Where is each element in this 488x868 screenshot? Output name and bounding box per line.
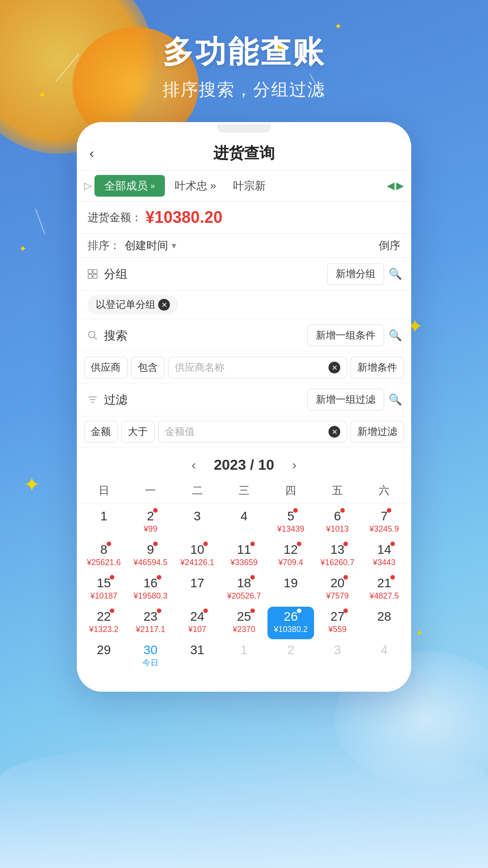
calendar-week-2: 8¥25621.6 9¥46594.5 10¥24126.1 11¥33659 …	[80, 540, 408, 572]
sort-order[interactable]: 倒序	[379, 238, 400, 253]
cal-day-8[interactable]: 8¥25621.6	[80, 540, 127, 572]
member-tabs: ▷ 全部成员 » 叶术忠 » 叶宗新 ◀ ▶	[77, 170, 411, 202]
sort-dropdown-icon[interactable]: ▾	[172, 240, 176, 251]
star-icon: ✦	[334, 22, 342, 31]
cal-day-21[interactable]: 21¥4827.5	[361, 573, 408, 606]
cal-day-25[interactable]: 25¥2370	[221, 607, 267, 639]
filter-search-icon[interactable]: 🔍	[389, 393, 402, 406]
prev-month-btn[interactable]: ‹	[192, 458, 196, 472]
cal-day-5[interactable]: 5¥13439	[267, 506, 314, 539]
member-nav-arrows: ◀ ▶	[387, 180, 404, 192]
amount-value: ¥10380.20	[145, 208, 222, 227]
cal-day-1[interactable]: 1	[80, 506, 127, 539]
group-label: 分组	[104, 266, 323, 282]
back-button[interactable]: ‹	[89, 146, 106, 161]
search-icon[interactable]: 🔍	[389, 329, 402, 342]
cal-day-31[interactable]: 31	[174, 640, 221, 673]
cal-day-13[interactable]: 13¥16260.7	[314, 540, 361, 572]
calendar-month-label: 2023 / 10	[214, 457, 274, 473]
cal-day-20[interactable]: 20¥7579	[314, 573, 361, 606]
svg-line-5	[94, 337, 97, 340]
weekday-thu: 四	[267, 481, 314, 500]
group-section-row: 分组 新增分组 🔍	[77, 258, 411, 291]
filter-icon	[86, 393, 99, 406]
add-filter-btn[interactable]: 新增过滤	[351, 421, 404, 443]
clear-amount-btn[interactable]: ✕	[328, 426, 340, 438]
cal-day-29[interactable]: 29	[80, 640, 127, 673]
weekday-fri: 五	[314, 481, 361, 500]
amount-value-input[interactable]: 金额值 ✕	[158, 421, 347, 443]
phone-top-bar	[77, 122, 411, 135]
cal-day-next-2[interactable]: 2	[267, 640, 314, 673]
tab-member1[interactable]: 叶术忠 »	[168, 175, 223, 197]
weekday-mon: 一	[127, 481, 174, 500]
tab-left-arrow[interactable]: ▷	[84, 180, 92, 192]
star-icon: ✦	[19, 244, 27, 253]
calendar-header: 日 一 二 三 四 五 六	[80, 478, 408, 504]
amount-field-select[interactable]: 金额	[84, 421, 117, 443]
calendar-nav: ‹ 2023 / 10 ›	[77, 448, 411, 478]
cal-day-9[interactable]: 9¥46594.5	[127, 540, 174, 572]
cal-day-next-3[interactable]: 3	[314, 640, 361, 673]
clear-supplier-btn[interactable]: ✕	[328, 362, 340, 373]
add-condition-btn[interactable]: 新增条件	[351, 357, 404, 378]
remove-tag-btn[interactable]: ✕	[158, 299, 170, 311]
phone-notch	[217, 124, 271, 132]
cal-day-16[interactable]: 16¥19580.3	[127, 573, 174, 606]
nav-bar: ‹ 进货查询	[77, 135, 411, 170]
calendar-grid: 日 一 二 三 四 五 六 1 2¥99 3 4 5¥13439 6¥1013 …	[77, 478, 411, 678]
phone-mockup: ‹ 进货查询 ▷ 全部成员 » 叶术忠 » 叶宗新 ◀ ▶ 进	[77, 122, 411, 692]
supplier-type-select[interactable]: 供应商	[84, 357, 127, 378]
cal-day-26[interactable]: 26¥10380.2	[267, 607, 314, 639]
cal-day-27[interactable]: 27¥559	[314, 607, 361, 639]
cal-day-next-1[interactable]: 1	[221, 640, 267, 673]
cal-day-next-4[interactable]: 4	[361, 640, 408, 673]
cal-day-24[interactable]: 24¥107	[174, 607, 221, 639]
cal-day-11[interactable]: 11¥33659	[221, 540, 267, 572]
cal-day-6[interactable]: 6¥1013	[314, 506, 361, 539]
cal-day-30[interactable]: 30 今日	[127, 640, 174, 673]
cal-day-17[interactable]: 17	[174, 573, 221, 606]
calendar-week-3: 15¥10187 16¥19580.3 17 18¥20526.7 19 20¥…	[80, 573, 408, 606]
screen-title: 进货查询	[106, 143, 382, 164]
prev-member-btn[interactable]: ◀	[387, 180, 394, 192]
sort-value: 创建时间	[125, 238, 168, 253]
svg-rect-1	[93, 269, 97, 274]
group-search-icon[interactable]: 🔍	[389, 268, 402, 280]
tab-all-members[interactable]: 全部成员 »	[94, 175, 165, 197]
double-arrow-icon: »	[210, 179, 216, 192]
cal-day-23[interactable]: 23¥2117.1	[127, 607, 174, 639]
cal-day-7[interactable]: 7¥3245.9	[361, 506, 408, 539]
cal-day-28[interactable]: 28	[361, 607, 408, 639]
cal-day-2[interactable]: 2¥99	[127, 506, 174, 539]
weekday-wed: 三	[221, 481, 267, 500]
group-icon	[86, 267, 99, 281]
cal-day-3[interactable]: 3	[174, 506, 221, 539]
cal-day-15[interactable]: 15¥10187	[80, 573, 127, 606]
next-month-btn[interactable]: ›	[292, 458, 296, 472]
double-arrow-icon: »	[150, 181, 155, 191]
supplier-input[interactable]: 供应商名称 ✕	[168, 357, 347, 378]
app-content: ‹ 进货查询 ▷ 全部成员 » 叶术忠 » 叶宗新 ◀ ▶ 进	[77, 135, 411, 692]
group-tag-row: 以登记单分组 ✕	[77, 291, 411, 319]
line-decoration	[35, 208, 45, 234]
contain-select[interactable]: 包含	[131, 357, 164, 378]
cal-day-14[interactable]: 14¥3443	[361, 540, 408, 572]
cal-day-18[interactable]: 18¥20526.7	[221, 573, 267, 606]
add-group-btn[interactable]: 新增分组	[327, 263, 384, 285]
cal-day-4[interactable]: 4	[221, 506, 267, 539]
group-tag: 以登记单分组 ✕	[88, 295, 178, 314]
calendar-week-4: 22¥1323.2 23¥2117.1 24¥107 25¥2370 26¥10…	[80, 607, 408, 639]
amount-row: 进货金额： ¥10380.20	[77, 202, 411, 234]
cal-day-22[interactable]: 22¥1323.2	[80, 607, 127, 639]
add-search-group-btn[interactable]: 新增一组条件	[307, 325, 384, 346]
add-filter-group-btn[interactable]: 新增一组过滤	[307, 389, 384, 410]
cal-day-12[interactable]: 12¥709.4	[267, 540, 314, 572]
sort-row: 排序： 创建时间 ▾ 倒序	[77, 234, 411, 258]
filter-condition-row: 金额 大于 金额值 ✕ 新增过滤	[77, 416, 411, 448]
cal-day-10[interactable]: 10¥24126.1	[174, 540, 221, 572]
condition-select[interactable]: 大于	[121, 421, 155, 443]
cal-day-19[interactable]: 19	[267, 573, 314, 606]
tab-member2[interactable]: 叶宗新	[226, 175, 273, 197]
next-member-btn[interactable]: ▶	[396, 180, 404, 192]
